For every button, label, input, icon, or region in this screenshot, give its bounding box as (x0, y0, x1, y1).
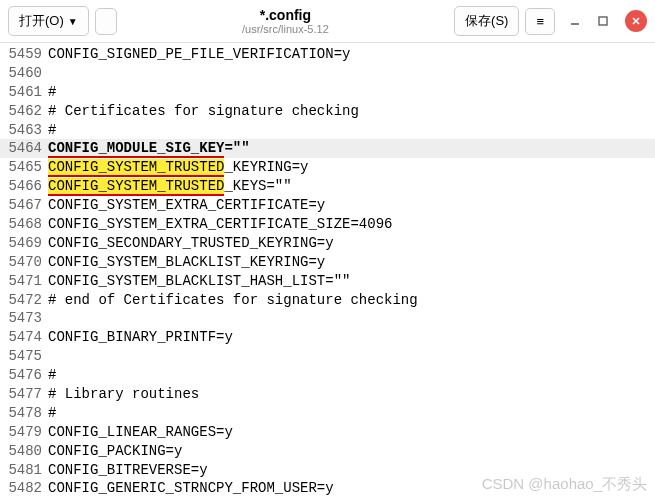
editor-line[interactable]: 5462# Certificates for signature checkin… (0, 102, 655, 121)
line-number: 5459 (0, 45, 48, 64)
line-number: 5475 (0, 347, 48, 366)
editor-line[interactable]: 5469CONFIG_SECONDARY_TRUSTED_KEYRING=y (0, 234, 655, 253)
line-text: CONFIG_BINARY_PRINTF=y (48, 328, 655, 347)
line-text: # Library routines (48, 385, 655, 404)
svg-rect-0 (599, 17, 607, 25)
hamburger-icon: ≡ (536, 14, 544, 29)
line-text (48, 347, 655, 366)
line-number: 5473 (0, 309, 48, 328)
save-button[interactable]: 保存(S) (454, 6, 519, 36)
editor-line[interactable]: 5465CONFIG_SYSTEM_TRUSTED_KEYRING=y (0, 158, 655, 177)
minimize-button[interactable] (567, 13, 583, 29)
line-text: CONFIG_SYSTEM_TRUSTED_KEYS="" (48, 177, 655, 196)
editor-line[interactable]: 5473 (0, 309, 655, 328)
line-text: CONFIG_SIGNED_PE_FILE_VERIFICATION=y (48, 45, 655, 64)
save-label: 保存(S) (465, 12, 508, 30)
line-text: CONFIG_SYSTEM_BLACKLIST_KEYRING=y (48, 253, 655, 272)
line-number: 5477 (0, 385, 48, 404)
maximize-icon (596, 14, 610, 28)
document-path: /usr/src/linux-5.12 (123, 23, 448, 35)
minimize-icon (568, 14, 582, 28)
editor-line[interactable]: 5480CONFIG_PACKING=y (0, 442, 655, 461)
line-text: # (48, 83, 655, 102)
line-text (48, 64, 655, 83)
menu-button[interactable]: ≡ (525, 8, 555, 35)
line-number: 5467 (0, 196, 48, 215)
line-text: CONFIG_LINEAR_RANGES=y (48, 423, 655, 442)
editor-line[interactable]: 5477# Library routines (0, 385, 655, 404)
close-button[interactable] (625, 10, 647, 32)
document-title: *.config (123, 7, 448, 23)
editor-line[interactable]: 5478# (0, 404, 655, 423)
close-icon (631, 16, 641, 26)
title-area: *.config /usr/src/linux-5.12 (123, 7, 448, 35)
line-number: 5480 (0, 442, 48, 461)
editor-line[interactable]: 5475 (0, 347, 655, 366)
line-text: CONFIG_SYSTEM_TRUSTED_KEYRING=y (48, 158, 655, 177)
maximize-button[interactable] (595, 13, 611, 29)
new-tab-button[interactable] (95, 8, 117, 35)
editor-line[interactable]: 5470CONFIG_SYSTEM_BLACKLIST_KEYRING=y (0, 253, 655, 272)
line-text: # (48, 121, 655, 140)
line-number: 5466 (0, 177, 48, 196)
editor-line[interactable]: 5481CONFIG_BITREVERSE=y (0, 461, 655, 480)
editor-line[interactable]: 5467CONFIG_SYSTEM_EXTRA_CERTIFICATE=y (0, 196, 655, 215)
line-number: 5481 (0, 461, 48, 480)
line-number: 5462 (0, 102, 48, 121)
open-button[interactable]: 打开(O) ▼ (8, 6, 89, 36)
line-number: 5478 (0, 404, 48, 423)
line-number: 5465 (0, 158, 48, 177)
line-number: 5470 (0, 253, 48, 272)
line-text: CONFIG_MODULE_SIG_KEY="" (48, 139, 655, 158)
line-number: 5464 (0, 139, 48, 158)
editor-line[interactable]: 5459CONFIG_SIGNED_PE_FILE_VERIFICATION=y (0, 45, 655, 64)
editor-line[interactable]: 5463# (0, 121, 655, 140)
editor-area[interactable]: 5459CONFIG_SIGNED_PE_FILE_VERIFICATION=y… (0, 43, 655, 500)
line-text: CONFIG_BITREVERSE=y (48, 461, 655, 480)
line-text: CONFIG_SECONDARY_TRUSTED_KEYRING=y (48, 234, 655, 253)
line-text (48, 309, 655, 328)
open-label: 打开(O) (19, 12, 64, 30)
editor-line[interactable]: 5482CONFIG_GENERIC_STRNCPY_FROM_USER=y (0, 479, 655, 498)
chevron-down-icon: ▼ (68, 16, 78, 27)
editor-line[interactable]: 5460 (0, 64, 655, 83)
line-text: CONFIG_SYSTEM_BLACKLIST_HASH_LIST="" (48, 272, 655, 291)
line-number: 5469 (0, 234, 48, 253)
line-text: CONFIG_GENERIC_STRNCPY_FROM_USER=y (48, 479, 655, 498)
line-number: 5472 (0, 291, 48, 310)
editor-line[interactable]: 5461# (0, 83, 655, 102)
editor-line[interactable]: 5468CONFIG_SYSTEM_EXTRA_CERTIFICATE_SIZE… (0, 215, 655, 234)
line-text: CONFIG_PACKING=y (48, 442, 655, 461)
line-text: # (48, 404, 655, 423)
line-number: 5463 (0, 121, 48, 140)
line-text: # (48, 366, 655, 385)
line-number: 5474 (0, 328, 48, 347)
line-number: 5461 (0, 83, 48, 102)
editor-line[interactable]: 5471CONFIG_SYSTEM_BLACKLIST_HASH_LIST="" (0, 272, 655, 291)
editor-line[interactable]: 5479CONFIG_LINEAR_RANGES=y (0, 423, 655, 442)
line-number: 5479 (0, 423, 48, 442)
line-number: 5482 (0, 479, 48, 498)
line-text: # Certificates for signature checking (48, 102, 655, 121)
titlebar: 打开(O) ▼ *.config /usr/src/linux-5.12 保存(… (0, 0, 655, 43)
editor-line[interactable]: 5472# end of Certificates for signature … (0, 291, 655, 310)
line-number: 5476 (0, 366, 48, 385)
editor-line[interactable]: 5464CONFIG_MODULE_SIG_KEY="" (0, 139, 655, 158)
line-number: 5468 (0, 215, 48, 234)
line-text: CONFIG_SYSTEM_EXTRA_CERTIFICATE=y (48, 196, 655, 215)
editor-line[interactable]: 5476# (0, 366, 655, 385)
line-text: # end of Certificates for signature chec… (48, 291, 655, 310)
line-number: 5460 (0, 64, 48, 83)
line-text: CONFIG_SYSTEM_EXTRA_CERTIFICATE_SIZE=409… (48, 215, 655, 234)
line-number: 5471 (0, 272, 48, 291)
editor-line[interactable]: 5474CONFIG_BINARY_PRINTF=y (0, 328, 655, 347)
editor-line[interactable]: 5466CONFIG_SYSTEM_TRUSTED_KEYS="" (0, 177, 655, 196)
